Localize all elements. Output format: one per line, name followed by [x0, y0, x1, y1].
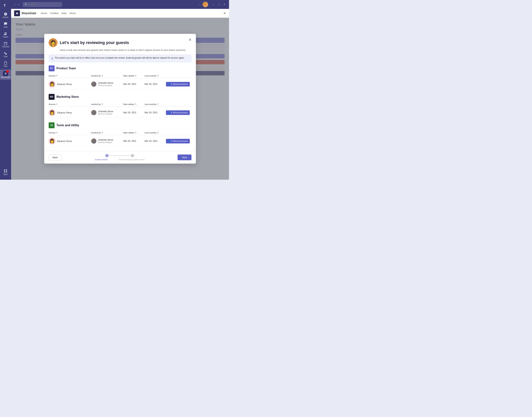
col-invited-ta: Invited by ⇅: [91, 132, 123, 134]
modal-close-button[interactable]: ✕: [187, 37, 193, 43]
remove-access-ta-0[interactable]: 👤✕ Remove access: [166, 139, 190, 144]
col-action-pt: [166, 75, 192, 77]
nav-back-button[interactable]: ‹: [13, 2, 16, 7]
guest-cell-ms-0: 👩 Eleanor Pena: [49, 109, 91, 116]
sort-invited-pt[interactable]: ⇅: [102, 75, 103, 77]
maximize-button[interactable]: □: [217, 2, 221, 6]
nav-help[interactable]: Help: [61, 11, 66, 15]
invited-role-ms-0: Division Analyst: [98, 113, 113, 115]
invited-avatar-pt-0: [91, 82, 96, 87]
app-bar: ShareGate Home Chatbot Help About ✕: [11, 9, 229, 18]
sort-invited-ta[interactable]: ⇅: [102, 132, 103, 134]
sidebar-item-activity[interactable]: Activity: [0, 11, 11, 20]
svg-rect-5: [4, 169, 5, 171]
guest-avatar-pt-0: 👩: [49, 81, 55, 87]
user-avatar[interactable]: [202, 2, 208, 7]
sharegate-label: ShareGate: [1, 76, 10, 78]
col-lastact-pt: Last activity ⇅: [145, 75, 166, 77]
invited-cell-ms-0: Umbrella Stone Division Analyst: [91, 110, 123, 115]
invited-avatar-ta-0: [91, 138, 96, 144]
col-lastact-ta: Last activity ⇅: [145, 132, 166, 134]
action-cell-pt-0: 👤✕ Remove access: [166, 82, 192, 86]
col-invited-ms: Invited by ⇅: [91, 103, 123, 105]
team-header-ta: TA Tools and Utility: [49, 122, 192, 128]
sidebar-more[interactable]: ...: [0, 121, 11, 126]
date-added-ta-0: Mar 26, 2021: [123, 140, 144, 142]
modal-avatar: 👩: [49, 38, 58, 47]
activity-label: Activity: [3, 16, 9, 18]
sidebar-item-teams[interactable]: Teams: [0, 30, 11, 39]
sort-invited-ms[interactable]: ⇅: [102, 103, 103, 105]
invited-role-pt-0: Division Analyst: [98, 84, 113, 86]
modal-footer: Back Guests review External sharing link…: [44, 151, 196, 164]
teams-label: Teams: [3, 36, 8, 38]
remove-access-pt-0[interactable]: 👤✕ Remove access: [166, 82, 190, 86]
team-avatar-pt: PT: [49, 65, 54, 71]
team-header-ms: MS Marketing Store: [49, 94, 192, 100]
step-dot-1: [105, 154, 109, 157]
sort-dateadded-ms[interactable]: ⇅: [135, 103, 137, 105]
col-guests-pt: Guests ⇅: [49, 75, 91, 77]
team-avatar-ta: TA: [49, 122, 54, 128]
close-button[interactable]: ✕: [222, 2, 227, 6]
section-product-team: PT Product Team Guests ⇅ Invited by ⇅: [49, 65, 192, 89]
next-button[interactable]: Next: [178, 155, 192, 160]
nav-home[interactable]: Home: [41, 11, 47, 15]
sidebar-item-calls[interactable]: Calls: [0, 50, 11, 59]
team-avatar-ms: MS: [49, 94, 54, 100]
svg-rect-4: [4, 42, 7, 45]
remove-access-ms-0[interactable]: 👤✕ Remove access: [166, 110, 190, 115]
nav-chatbot[interactable]: Chatbot: [50, 11, 59, 15]
stepper: Guests review External sharing links rev…: [62, 154, 178, 161]
search-input[interactable]: [23, 2, 62, 7]
nav-forward-button[interactable]: ›: [17, 2, 20, 7]
back-button[interactable]: Back: [49, 154, 62, 160]
nav-about[interactable]: About: [69, 11, 76, 15]
section-marketing-store: MS Marketing Store Guests ⇅ Invited by ⇅: [49, 94, 192, 118]
app-name: ShareGate: [21, 12, 36, 15]
sort-lastact-ms[interactable]: ⇅: [157, 103, 159, 105]
col-action-ms: [166, 103, 192, 105]
table-header-ms: Guests ⇅ Invited by ⇅ Date added ⇅ Las: [49, 102, 192, 107]
guest-avatar-ms-0: 👩: [49, 109, 55, 116]
chat-label: Chat: [3, 26, 7, 28]
calendar-label: Calendar: [2, 46, 10, 48]
team-initials-pt: PT: [50, 67, 53, 70]
app-close-button[interactable]: ✕: [223, 11, 226, 15]
table-row-pt-0: 👩 Eleanor Pena Umbrella Stone Division A…: [49, 79, 192, 89]
svg-rect-7: [4, 171, 5, 172]
sidebar-item-chat[interactable]: Chat: [0, 21, 11, 30]
invited-info-ta-0: Umbrella Stone Division Analyst: [98, 139, 113, 144]
sidebar-item-apps[interactable]: Apps: [0, 168, 11, 177]
guest-name-ms-0: Eleanor Pena: [57, 111, 72, 114]
invited-name-pt-0: Umbrella Stone: [98, 82, 113, 84]
stepper-track: [105, 154, 134, 157]
sort-dateadded-ta[interactable]: ⇅: [135, 132, 137, 134]
sort-dateadded-pt[interactable]: ⇅: [135, 75, 137, 77]
sort-guests-pt[interactable]: ⇅: [56, 75, 58, 77]
app-icon-dot: [16, 12, 18, 14]
invited-role-ta-0: Division Analyst: [98, 141, 113, 144]
stepper-labels: Guests review External sharing links rev…: [95, 158, 145, 161]
teams-logo[interactable]: T: [0, 2, 11, 10]
guest-avatar-ta-0: 👩: [49, 138, 55, 144]
calls-label: Calls: [3, 55, 8, 57]
invited-name-ta-0: Umbrella Stone: [98, 139, 113, 141]
more-options-icon[interactable]: ···: [198, 3, 201, 6]
sidebar-item-sharegate[interactable]: S 1 ShareGate: [0, 70, 11, 80]
invited-cell-ta-0: Umbrella Stone Division Analyst: [91, 138, 123, 144]
sort-guests-ta[interactable]: ⇅: [56, 132, 58, 134]
sort-lastact-pt[interactable]: ⇅: [157, 75, 159, 77]
step1-label: Guests review: [95, 158, 108, 161]
modal-body[interactable]: PT Product Team Guests ⇅ Invited by ⇅: [44, 65, 196, 151]
sort-guests-ms[interactable]: ⇅: [56, 103, 58, 105]
invited-name-ms-0: Umbrella Stone: [98, 110, 113, 113]
last-activity-ms-0: Mar 26, 2021: [145, 111, 166, 114]
last-activity-ta-0: Mar 26, 2021: [145, 140, 166, 142]
col-action-ta: [166, 132, 192, 134]
sort-lastact-ta[interactable]: ⇅: [157, 132, 159, 134]
action-cell-ms-0: 👤✕ Remove access: [166, 110, 192, 115]
sidebar-item-files[interactable]: Files: [0, 60, 11, 69]
minimize-button[interactable]: —: [211, 2, 216, 6]
sidebar-item-calendar[interactable]: Calendar: [0, 40, 11, 49]
